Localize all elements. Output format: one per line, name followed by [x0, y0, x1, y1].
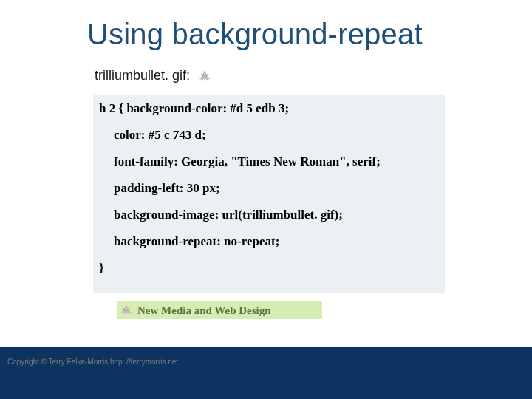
- code-line-5: background-image: url(trilliumbullet. gi…: [99, 208, 439, 221]
- slide-title: Using background-repeat: [87, 18, 423, 51]
- trillium-flower-icon: [120, 304, 133, 317]
- trillium-flower-icon: [197, 69, 212, 83]
- filename-row: trilliumbullet. gif:: [95, 68, 212, 83]
- footer-copyright: Copyright © Terry Felke-Morris http: //t…: [7, 358, 178, 366]
- code-line-6: background-repeat: no-repeat;: [99, 235, 439, 248]
- code-line-1: h 2 { background-color: #d 5 edb 3;: [99, 102, 439, 115]
- footer-bar: [0, 347, 532, 399]
- filename-label: trilliumbullet. gif:: [95, 68, 190, 83]
- code-line-7: }: [99, 262, 439, 274]
- example-heading-text: New Media and Web Design: [137, 304, 271, 317]
- slide: Using background-repeat trilliumbullet. …: [0, 0, 532, 399]
- example-heading-preview: New Media and Web Design: [117, 301, 322, 319]
- code-block: h 2 { background-color: #d 5 edb 3; colo…: [93, 95, 445, 293]
- code-line-4: padding-left: 30 px;: [99, 182, 439, 194]
- code-line-3: font-family: Georgia, "Times New Roman",…: [99, 155, 439, 168]
- code-line-2: color: #5 c 743 d;: [99, 129, 439, 141]
